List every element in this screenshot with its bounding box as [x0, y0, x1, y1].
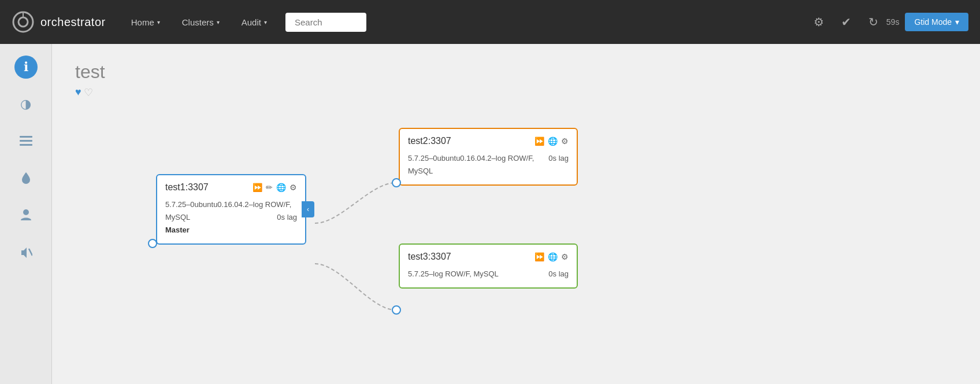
page-title: test [75, 61, 957, 83]
search-input[interactable] [285, 13, 366, 32]
svg-point-1 [18, 17, 28, 27]
replica2-node-header: test3:3307 ⏩ 🌐 ⚙ [408, 252, 569, 262]
replica1-node-card: test2:3307 ⏩ 🌐 ⚙ 5.7.25–0ubuntu0.16.04.2… [399, 128, 578, 186]
heart-filled-icon: ♥ [75, 86, 81, 99]
sidebar-user-icon[interactable] [14, 204, 38, 227]
replica2-connector-circle [392, 305, 401, 315]
replica1-node-header: test2:3307 ⏩ 🌐 ⚙ [408, 136, 569, 146]
content-area: test ♥ ♡ test1:3307 [52, 44, 980, 384]
settings-icon[interactable]: ⚙ [561, 252, 569, 261]
replica2-node-card: test3:3307 ⏩ 🌐 ⚙ 5.7.25–log ROW/F, MySQL… [399, 243, 578, 289]
brand-name: orchestrator [40, 16, 106, 29]
svg-rect-4 [20, 140, 32, 142]
replica2-node-info: 5.7.25–log ROW/F, MySQL 0s lag [408, 268, 569, 280]
audit-caret-icon: ▾ [264, 19, 267, 25]
sidebar-info-icon[interactable]: ℹ [14, 56, 38, 79]
refresh-timer: 59s [886, 17, 900, 27]
sidebar-mute-icon[interactable] [14, 241, 38, 264]
master-node-actions: ⏩ ✏ 🌐 ⚙ [253, 183, 297, 192]
refresh-icon[interactable]: ↻ [863, 12, 884, 32]
master-node-info: 5.7.25–0ubuntu0.16.04.2–log ROW/F, 0s la… [165, 198, 297, 237]
fast-forward-icon[interactable]: ⏩ [534, 136, 544, 146]
globe-icon[interactable]: 🌐 [548, 252, 558, 261]
svg-rect-5 [20, 144, 32, 146]
brand-logo-icon [12, 10, 35, 34]
master-node-card: test1:3307 ⏩ ✏ 🌐 ⚙ 5.7.25–0ubuntu0.16.04… [156, 174, 306, 245]
fast-forward-icon[interactable]: ⏩ [534, 252, 544, 261]
replica1-node-actions: ⏩ 🌐 ⚙ [534, 136, 569, 146]
settings-icon[interactable]: ⚙ [808, 12, 830, 32]
gtid-mode-button[interactable]: Gtid Mode ▾ [905, 13, 968, 31]
gtid-caret-icon: ▾ [955, 17, 959, 27]
home-caret-icon: ▾ [157, 19, 160, 25]
svg-line-7 [29, 249, 32, 256]
replica1-connector-circle [392, 178, 401, 187]
settings-icon[interactable]: ⚙ [289, 183, 297, 192]
replica2-node-name: test3:3307 [408, 252, 451, 262]
navbar: orchestrator Home ▾ Clusters ▾ Audit ▾ ⚙… [0, 0, 980, 44]
master-node-name: test1:3307 [165, 182, 209, 193]
sidebar-contrast-icon[interactable]: ◑ [14, 93, 38, 116]
replica1-node-info: 5.7.25–0ubuntu0.16.04.2–log ROW/F, 0s la… [408, 152, 569, 178]
clusters-caret-icon: ▾ [217, 19, 220, 25]
nav-clusters[interactable]: Clusters ▾ [174, 13, 228, 32]
collapse-handle[interactable]: ‹ [302, 201, 314, 217]
heart-outline-icon: ♡ [84, 86, 93, 99]
topology-area: test1:3307 ⏩ ✏ 🌐 ⚙ 5.7.25–0ubuntu0.16.04… [75, 116, 957, 359]
globe-icon[interactable]: 🌐 [276, 183, 286, 192]
settings-icon[interactable]: ⚙ [561, 136, 569, 146]
master-node-header: test1:3307 ⏩ ✏ 🌐 ⚙ [165, 182, 297, 193]
nav-home[interactable]: Home ▾ [123, 13, 168, 32]
sidebar-drop-icon[interactable] [14, 167, 38, 190]
fast-forward-icon[interactable]: ⏩ [253, 183, 262, 192]
sidebar-list-icon[interactable] [14, 130, 38, 153]
brand: orchestrator [12, 10, 106, 34]
edit-icon[interactable]: ✏ [266, 183, 273, 192]
check-circle-icon[interactable]: ✔ [836, 12, 857, 32]
globe-icon[interactable]: 🌐 [548, 136, 558, 146]
replica1-node-name: test2:3307 [408, 136, 451, 146]
nav-audit[interactable]: Audit ▾ [233, 13, 275, 32]
sidebar: ℹ ◑ [0, 44, 52, 384]
svg-point-6 [23, 209, 29, 215]
health-icons: ♥ ♡ [75, 86, 957, 99]
main-layout: ℹ ◑ test [0, 44, 980, 384]
replica2-node-actions: ⏩ 🌐 ⚙ [534, 252, 569, 261]
master-input-circle [148, 239, 157, 248]
svg-rect-3 [20, 136, 32, 138]
